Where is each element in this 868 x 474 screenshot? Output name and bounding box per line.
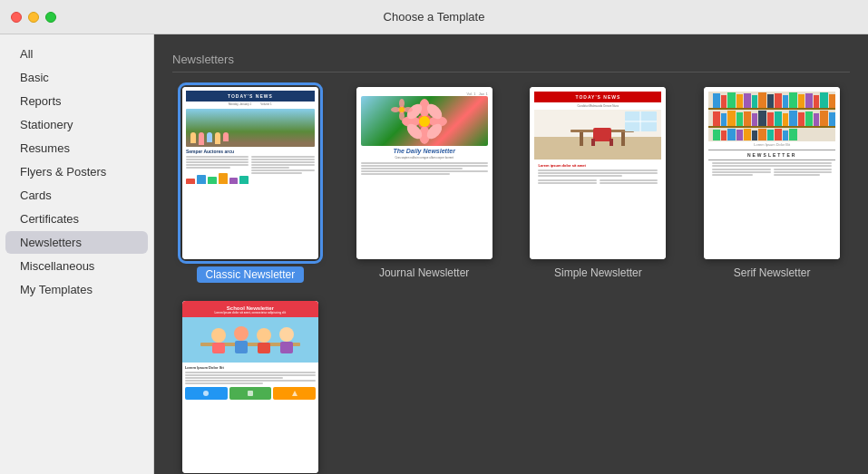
svg-rect-31 <box>721 95 727 108</box>
svg-rect-72 <box>775 129 782 140</box>
template-label-simple: Simple Newsletter <box>554 266 642 279</box>
close-button[interactable] <box>11 12 22 23</box>
svg-point-9 <box>419 116 430 127</box>
svg-rect-59 <box>805 111 813 126</box>
svg-rect-33 <box>736 94 743 108</box>
svg-rect-22 <box>591 139 595 146</box>
svg-rect-30 <box>713 93 720 108</box>
svg-point-13 <box>404 107 413 112</box>
template-thumb-journal: Vol. 1 Jan 1 <box>356 87 493 259</box>
svg-rect-49 <box>727 111 736 126</box>
svg-rect-50 <box>736 112 743 126</box>
svg-marker-87 <box>292 391 297 396</box>
svg-rect-51 <box>744 111 751 126</box>
template-label-classic: Classic Newsletter <box>197 266 305 283</box>
template-thumb-classic: TODAY'S NEWS Monday, January 1 Volume 1 <box>182 87 318 259</box>
svg-point-77 <box>211 328 226 343</box>
svg-rect-57 <box>789 111 797 126</box>
template-thumb-simple: TODAY'S NEWS Curabitur Malesuada Ornare … <box>530 87 666 259</box>
svg-point-15 <box>399 107 405 112</box>
svg-rect-42 <box>805 93 813 108</box>
svg-rect-54 <box>767 112 774 126</box>
svg-rect-69 <box>752 131 757 140</box>
sidebar-item-basic[interactable]: Basic <box>5 66 148 89</box>
template-school-newsletter[interactable]: School Newsletter Lorem Ipsum dolor sit … <box>172 301 328 474</box>
svg-rect-44 <box>820 92 828 108</box>
svg-rect-74 <box>789 129 797 140</box>
svg-rect-37 <box>767 94 774 108</box>
svg-rect-58 <box>798 112 805 126</box>
svg-rect-36 <box>758 92 766 108</box>
sidebar: All Basic Reports Stationery Resumes Fly… <box>0 34 154 474</box>
svg-rect-80 <box>235 341 248 353</box>
template-thumb-serif: Lorem Ipsum Dolor Bit NEWSLETTER <box>704 87 840 259</box>
svg-rect-48 <box>721 113 727 126</box>
titlebar: Choose a Template <box>0 0 868 34</box>
svg-rect-75 <box>182 317 318 363</box>
sidebar-item-newsletters[interactable]: Newsletters <box>5 231 148 254</box>
traffic-lights <box>11 12 56 23</box>
sidebar-item-resumes[interactable]: Resumes <box>5 137 148 160</box>
sidebar-item-miscellaneous[interactable]: Miscellaneous <box>5 255 148 277</box>
cn-header-text: TODAY'S NEWS <box>186 91 315 102</box>
svg-point-83 <box>279 327 294 342</box>
svg-rect-67 <box>736 130 743 140</box>
svg-rect-23 <box>610 139 613 146</box>
svg-rect-73 <box>783 131 788 140</box>
template-label-journal: Journal Newsletter <box>379 266 469 279</box>
svg-rect-71 <box>767 130 774 140</box>
content-area: Newsletters TODAY'S NEWS Monday, January… <box>154 34 868 474</box>
svg-rect-28 <box>708 108 835 110</box>
template-classic-newsletter[interactable]: TODAY'S NEWS Monday, January 1 Volume 1 <box>172 87 328 283</box>
svg-point-14 <box>399 111 405 121</box>
sidebar-item-cards[interactable]: Cards <box>5 184 148 207</box>
svg-rect-20 <box>621 132 625 146</box>
svg-rect-65 <box>721 131 727 140</box>
svg-rect-47 <box>713 111 720 126</box>
sidebar-item-my-templates[interactable]: My Templates <box>5 278 148 301</box>
sidebar-item-certificates[interactable]: Certificates <box>5 208 148 230</box>
svg-point-11 <box>399 99 405 108</box>
svg-point-12 <box>391 107 400 112</box>
template-serif-newsletter[interactable]: Lorem Ipsum Dolor Bit NEWSLETTER <box>694 87 850 283</box>
svg-rect-61 <box>820 111 828 126</box>
svg-rect-68 <box>744 129 751 140</box>
svg-point-81 <box>257 328 271 343</box>
svg-rect-19 <box>580 132 583 146</box>
svg-rect-32 <box>727 92 736 108</box>
template-thumb-school: School Newsletter Lorem Ipsum dolor sit … <box>182 301 318 473</box>
svg-rect-45 <box>829 94 835 108</box>
maximize-button[interactable] <box>45 12 56 23</box>
template-journal-newsletter[interactable]: Vol. 1 Jan 1 <box>346 87 502 283</box>
main-layout: All Basic Reports Stationery Resumes Fly… <box>0 34 868 474</box>
svg-rect-84 <box>280 342 293 353</box>
svg-rect-29 <box>708 126 835 128</box>
svg-rect-52 <box>752 113 757 126</box>
svg-rect-40 <box>789 92 797 108</box>
sidebar-item-all[interactable]: All <box>5 43 148 65</box>
svg-rect-21 <box>593 128 611 141</box>
window-title: Choose a Template <box>384 10 485 24</box>
template-simple-newsletter[interactable]: TODAY'S NEWS Curabitur Malesuada Ornare … <box>521 87 677 283</box>
svg-rect-82 <box>258 343 270 353</box>
sidebar-item-flyers-posters[interactable]: Flyers & Posters <box>5 160 148 183</box>
svg-rect-66 <box>727 129 736 140</box>
svg-rect-64 <box>713 130 720 140</box>
svg-rect-55 <box>775 111 782 126</box>
svg-rect-35 <box>752 95 757 108</box>
templates-grid: TODAY'S NEWS Monday, January 1 Volume 1 <box>172 87 850 474</box>
svg-rect-78 <box>212 343 225 353</box>
svg-point-85 <box>203 391 209 396</box>
svg-rect-53 <box>758 111 766 126</box>
sidebar-item-reports[interactable]: Reports <box>5 90 148 112</box>
svg-rect-38 <box>775 93 782 108</box>
sidebar-item-stationery[interactable]: Stationery <box>5 113 148 136</box>
section-title: Newsletters <box>172 53 850 73</box>
template-label-serif: Serif Newsletter <box>734 266 811 279</box>
minimize-button[interactable] <box>28 12 39 23</box>
svg-rect-39 <box>783 95 788 108</box>
svg-point-79 <box>234 326 249 341</box>
svg-rect-56 <box>783 113 788 126</box>
svg-rect-43 <box>814 95 819 108</box>
svg-rect-70 <box>758 129 766 140</box>
